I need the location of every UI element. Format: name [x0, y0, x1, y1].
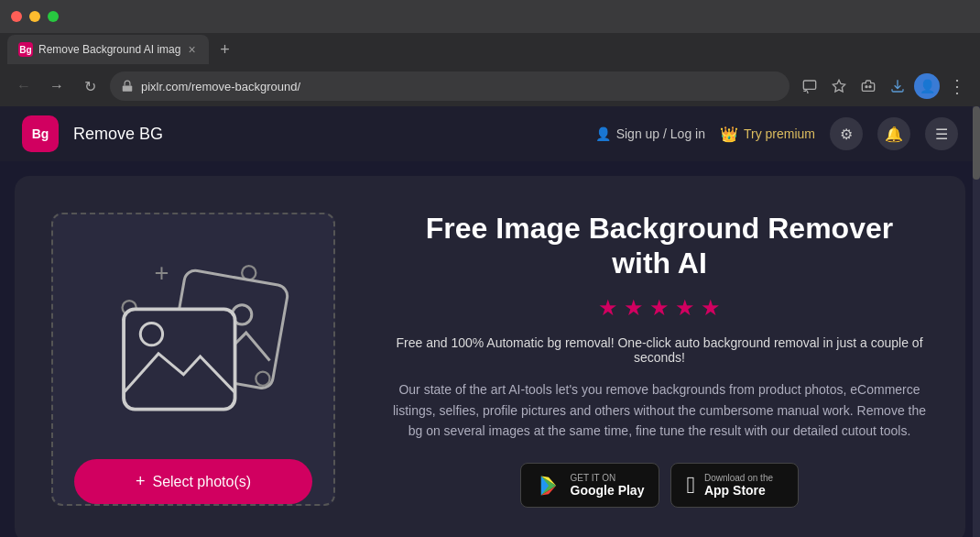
title-bar	[0, 0, 980, 33]
website: Bg Remove BG 👤 Sign up / Log in 👑 Try pr…	[0, 106, 980, 537]
nav-actions: 👤 ⋮	[797, 73, 969, 99]
browser-chrome: Bg Remove Background AI imag × + ← → ↻ p…	[0, 0, 980, 106]
logo-text: Remove BG	[73, 125, 163, 144]
settings-button[interactable]: ⚙	[830, 117, 863, 150]
star-2: ★	[624, 295, 644, 321]
google-play-text: GET IT ON Google Play	[571, 473, 645, 498]
tab-title: Remove Background AI imag	[38, 43, 180, 56]
extensions-icon[interactable]	[855, 73, 881, 99]
app-buttons: GET IT ON Google Play  Download on the …	[520, 463, 800, 508]
scrollbar-thumb[interactable]	[973, 106, 980, 180]
app-store-text: Download on the App Store	[704, 473, 773, 498]
hero-title: Free Image Background Remover with AI	[426, 211, 893, 281]
scrollbar-track	[973, 106, 980, 537]
svg-rect-1	[803, 81, 815, 89]
logo-badge: Bg	[22, 115, 59, 152]
notifications-button[interactable]: 🔔	[877, 117, 910, 150]
new-tab-button[interactable]: +	[212, 37, 238, 62]
menu-button[interactable]: ☰	[925, 117, 958, 150]
maximize-window-button[interactable]	[48, 11, 59, 22]
bookmark-icon[interactable]	[826, 73, 852, 99]
description-primary: Free and 100% Automatic bg removal! One-…	[390, 335, 929, 365]
svg-rect-0	[123, 85, 133, 91]
apple-icon: 	[686, 471, 695, 499]
tab-bar: Bg Remove Background AI imag × +	[0, 33, 980, 66]
select-button-label: Select photo(s)	[152, 474, 251, 490]
cast-icon[interactable]	[797, 73, 822, 99]
nav-bar: ← → ↻ pixlr.com/remove-background/	[0, 66, 980, 106]
back-button[interactable]: ←	[11, 73, 37, 99]
url-text: pixlr.com/remove-background/	[141, 80, 779, 93]
active-tab[interactable]: Bg Remove Background AI imag ×	[7, 35, 209, 64]
svg-text:+: +	[154, 258, 169, 287]
profile-icon[interactable]: 👤	[914, 73, 940, 99]
select-photos-button[interactable]: + Select photo(s)	[74, 459, 312, 504]
plus-icon: +	[136, 472, 146, 491]
description-secondary: Our state of the art AI-tools let's you …	[390, 379, 929, 441]
signin-link[interactable]: 👤 Sign up / Log in	[595, 126, 705, 141]
star-1: ★	[598, 295, 618, 321]
google-play-button[interactable]: GET IT ON Google Play	[520, 463, 660, 508]
upload-illustration: + + +	[53, 214, 333, 437]
tab-favicon: Bg	[18, 42, 33, 57]
bell-icon: 🔔	[885, 126, 903, 143]
refresh-button[interactable]: ↻	[77, 73, 103, 99]
svg-point-10	[256, 372, 269, 386]
window-controls	[11, 11, 59, 22]
star-rating: ★ ★ ★ ★ ★	[598, 295, 721, 321]
menu-dots-icon[interactable]: ⋮	[943, 73, 969, 99]
svg-rect-13	[124, 309, 235, 409]
gear-icon: ⚙	[840, 126, 853, 143]
site-nav: Bg Remove BG 👤 Sign up / Log in 👑 Try pr…	[0, 106, 980, 161]
upload-area[interactable]: + + +	[51, 213, 335, 506]
svg-point-3	[866, 86, 867, 88]
star-5: ★	[701, 295, 721, 321]
star-3: ★	[649, 295, 670, 321]
svg-marker-2	[833, 80, 844, 92]
forward-icon: →	[49, 78, 64, 94]
address-bar[interactable]: pixlr.com/remove-background/	[110, 71, 789, 101]
right-content: Free Image Background Remover with AI ★ …	[390, 211, 929, 509]
download-icon[interactable]	[885, 73, 910, 99]
close-window-button[interactable]	[11, 11, 22, 22]
try-premium-button[interactable]: 👑 Try premium	[720, 126, 815, 143]
google-play-icon	[536, 472, 561, 499]
person-icon: 👤	[595, 126, 611, 141]
hamburger-icon: ☰	[935, 126, 948, 143]
svg-point-4	[869, 86, 871, 88]
app-store-button[interactable]:  Download on the App Store	[670, 463, 799, 508]
crown-icon: 👑	[720, 126, 738, 143]
star-4: ★	[675, 295, 695, 321]
forward-button[interactable]: →	[44, 73, 70, 99]
back-icon: ←	[16, 78, 31, 94]
lock-icon	[121, 80, 134, 93]
refresh-icon: ↻	[84, 78, 96, 95]
main-content: + + +	[15, 176, 965, 537]
minimize-window-button[interactable]	[29, 11, 40, 22]
tab-close-button[interactable]: ×	[186, 40, 197, 59]
